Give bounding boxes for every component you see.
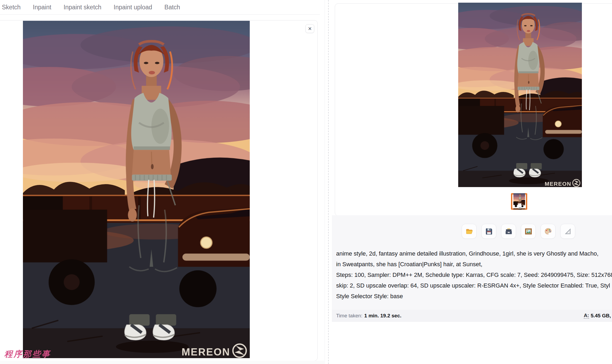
sd-webui-img2img-screen: Sketch Inpaint Inpaint sketch Inpaint up… [0, 0, 612, 364]
generation-parameters-text: anime style, 2d, fantasy anime detailed … [336, 248, 612, 304]
svg-text:MEREON: MEREON [521, 209, 524, 210]
gallery-thumbnail-selected[interactable]: MEREON [511, 193, 527, 210]
close-image-button[interactable]: ✕ [305, 24, 314, 33]
vram-stat: A: 5.45 GB, [584, 310, 611, 322]
time-taken-label: Time taken: [336, 313, 363, 319]
left-column-edge [325, 0, 325, 364]
source-image-canvas[interactable]: MEREON [23, 21, 250, 358]
time-taken-value: 1 min. 19.2 sec. [364, 313, 401, 319]
params-line: skip: 2, SD upscale overlap: 64, SD upsc… [336, 280, 612, 291]
params-line: Style Selector Style: base [336, 291, 612, 302]
gallery-thumbnail-image: MEREON [513, 193, 525, 210]
vram-value: 5.45 GB, [591, 313, 611, 319]
open-folder-button[interactable] [462, 224, 477, 239]
panel-resize-handle[interactable] [328, 0, 329, 364]
prompt-line: in Sweatpants, she has [Croatian|Punks] … [336, 259, 612, 270]
svg-text:MEREON: MEREON [182, 346, 230, 358]
send-to-inpaint-button[interactable] [541, 224, 555, 239]
prompt-line: anime style, 2d, fantasy anime detailed … [336, 248, 612, 259]
tab-inpaint[interactable]: Inpaint [27, 0, 57, 14]
tab-inpaint-upload[interactable]: Inpaint upload [107, 0, 158, 14]
vram-label: A: [584, 313, 589, 319]
open-folder-icon [465, 227, 473, 236]
send-to-inpaint-icon [544, 227, 552, 236]
close-icon: ✕ [308, 26, 312, 32]
generated-image-scene: MEREON [513, 193, 525, 210]
left-panel-footer-strip [0, 361, 324, 364]
generated-image-scene: MEREON [458, 3, 582, 187]
save-image-icon [485, 227, 493, 236]
send-to-extras-icon [564, 227, 572, 236]
results-column: MEREON [332, 0, 612, 364]
save-image-button[interactable] [481, 224, 496, 239]
send-to-img2img-icon [524, 227, 533, 236]
tab-sketch[interactable]: Sketch [0, 0, 27, 14]
save-zip-button[interactable] [501, 224, 516, 239]
tab-inpaint-sketch[interactable]: Inpaint sketch [57, 0, 107, 14]
svg-text:MEREON: MEREON [545, 181, 571, 187]
gallery-toolbar [462, 224, 575, 239]
generation-footer: Time taken: 1 min. 19.2 sec. A: 5.45 GB, [332, 310, 612, 322]
generated-image-scene: MEREON [23, 21, 250, 358]
generation-info-block: anime style, 2d, fantasy anime detailed … [332, 215, 612, 322]
generated-image-preview[interactable]: MEREON [458, 3, 582, 187]
img2img-mode-tabs: Sketch Inpaint Inpaint sketch Inpaint up… [0, 0, 320, 15]
send-to-img2img-button[interactable] [521, 224, 536, 239]
send-to-extras-button[interactable] [560, 224, 575, 239]
channel-watermark: 程序那些事 [4, 349, 51, 360]
params-line: Steps: 100, Sampler: DPM++ 2M, Schedule … [336, 270, 612, 280]
tab-batch[interactable]: Batch [158, 0, 186, 14]
save-zip-icon [505, 227, 513, 236]
